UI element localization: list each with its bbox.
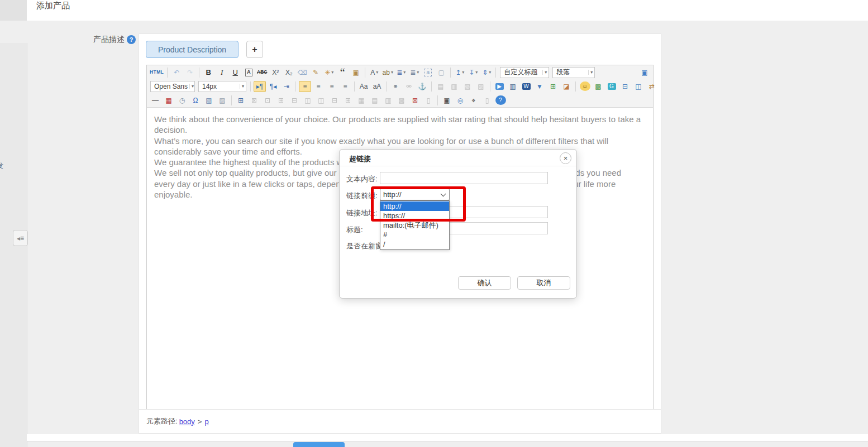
font-family-select[interactable]: Open Sans▾: [150, 81, 195, 92]
insert-video-button[interactable]: ▶: [493, 81, 505, 92]
tab-product-description[interactable]: Product Description: [146, 41, 239, 58]
link-button[interactable]: ⚭: [389, 81, 402, 92]
lowercase-button[interactable]: aA: [371, 81, 383, 92]
close-button[interactable]: ×: [560, 152, 571, 164]
italic-button[interactable]: I: [216, 67, 228, 78]
align-right-button[interactable]: ≡: [326, 81, 338, 92]
prefix-option[interactable]: #: [380, 230, 449, 239]
uppercase-icon: Aa: [360, 83, 368, 90]
subscript-icon: X₂: [285, 69, 293, 76]
rtl-paragraph-button[interactable]: ¶◂: [267, 81, 279, 92]
delete-row-icon: ⊟: [332, 97, 337, 104]
paragraph-bottom-spacing-icon: ↧: [469, 69, 474, 76]
image-note-button[interactable]: ▧: [203, 95, 215, 106]
ltr-paragraph-button[interactable]: ▸¶: [254, 81, 266, 92]
prefix-option[interactable]: mailto:(电子邮件): [380, 220, 449, 230]
element-path-link[interactable]: body: [179, 417, 195, 426]
paragraph-select[interactable]: 段落▾: [552, 67, 595, 78]
table-props-button: ⊡: [261, 95, 274, 106]
toolbar-separator: [431, 81, 432, 92]
preview-button[interactable]: ◎: [454, 95, 466, 106]
help-button[interactable]: ?: [494, 95, 507, 106]
print-button[interactable]: ▣: [441, 95, 453, 106]
paste-text-button[interactable]: ▣: [350, 67, 362, 78]
align-center-button[interactable]: ≡: [312, 81, 325, 92]
insert-columns-button[interactable]: ◫: [632, 81, 645, 92]
insert-media-button[interactable]: ▥: [507, 81, 519, 92]
insert-table-button[interactable]: ⊞: [235, 95, 247, 106]
horizontal-rule-button[interactable]: —: [149, 95, 161, 106]
baidu-map-button[interactable]: ▩: [592, 81, 604, 92]
new-page-button[interactable]: ▢: [435, 67, 447, 78]
bold-button[interactable]: B: [202, 67, 214, 78]
auto-indent-button[interactable]: ⇥: [280, 81, 293, 92]
link-icon: ⚭: [393, 83, 398, 90]
autotypeset-button[interactable]: ✳▾: [323, 67, 335, 78]
paragraph-top-spacing-button[interactable]: ↥▾: [454, 67, 466, 78]
special-char-button[interactable]: Ω: [189, 95, 202, 106]
inline-code-button[interactable]: a: [422, 67, 434, 78]
ltr-paragraph-icon: ▸¶: [256, 83, 263, 90]
font-border-button[interactable]: A: [242, 67, 255, 78]
prefix-option[interactable]: /: [380, 239, 449, 249]
insert-image-button[interactable]: ⊞: [547, 81, 559, 92]
page-break-button[interactable]: ⊟: [619, 81, 631, 92]
chevron-down-icon: ▾: [240, 84, 244, 89]
sidebar-collapse-button[interactable]: ◂≡: [13, 230, 28, 246]
blockquote-icon: “: [340, 70, 345, 75]
font-size-select[interactable]: 14px▾: [198, 81, 246, 92]
highlight-color-button[interactable]: ab▾: [381, 67, 394, 78]
toolbar-separator: [231, 95, 232, 105]
paragraph-bottom-spacing-button[interactable]: ↧▾: [467, 67, 479, 78]
font-color-icon: A: [370, 69, 375, 76]
template-button[interactable]: ⇄: [646, 81, 658, 92]
uppercase-button[interactable]: Aa: [357, 81, 370, 92]
insert-row-below-button: ⊟: [288, 95, 301, 106]
eraser-button[interactable]: ⌫: [296, 67, 308, 78]
underline-button[interactable]: U: [229, 67, 241, 78]
subscript-button[interactable]: X₂: [283, 67, 295, 78]
unordered-list-button[interactable]: ≣▾: [408, 67, 421, 78]
fullscreen-button[interactable]: ▣: [638, 67, 651, 78]
picture-manager-button[interactable]: ◪: [560, 81, 573, 92]
format-brush-button[interactable]: ✎: [309, 67, 322, 78]
superscript-button[interactable]: X²: [269, 67, 282, 78]
upload-button[interactable]: ▼: [533, 81, 546, 92]
split-rows-icon: ▥: [385, 97, 391, 104]
word-image-icon: ▨: [219, 97, 225, 104]
heading-select[interactable]: 自定义标题▾: [500, 67, 549, 78]
confirm-button[interactable]: 确认: [458, 276, 511, 290]
link-text-input[interactable]: [380, 172, 548, 184]
submit-button[interactable]: [293, 442, 345, 447]
google-map-button[interactable]: G: [605, 81, 618, 92]
redo-button[interactable]: ↷: [184, 67, 196, 78]
anchor-button[interactable]: ⚓: [416, 81, 428, 92]
word-image-button[interactable]: ▨: [216, 95, 228, 106]
table-style-button: ▩: [395, 95, 408, 106]
help-icon[interactable]: ?: [127, 35, 136, 44]
emoticon-button[interactable]: ☺: [579, 81, 591, 92]
autotypeset-icon: ✳: [325, 69, 330, 76]
ordered-list-button[interactable]: ≣▾: [395, 67, 407, 78]
word-import-button[interactable]: W: [520, 81, 532, 92]
font-color-button[interactable]: A▾: [368, 67, 380, 78]
source-code-button[interactable]: HTML: [149, 67, 164, 78]
add-tab-button[interactable]: +: [246, 41, 263, 58]
merge-cells-icon: ▦: [358, 97, 364, 104]
undo-button[interactable]: ↶: [170, 67, 183, 78]
align-left-button[interactable]: ≡: [299, 81, 311, 92]
insert-time-button[interactable]: ◷: [176, 95, 188, 106]
cancel-table-button[interactable]: ⊠: [409, 95, 421, 106]
element-path-link[interactable]: p: [204, 417, 208, 426]
blockquote-button[interactable]: “: [336, 67, 349, 78]
cancel-button[interactable]: 取消: [517, 276, 570, 290]
undo-icon: ↶: [174, 69, 179, 76]
paragraph-top-spacing-icon: ↥: [455, 69, 461, 76]
image-inline-icon: ▥: [451, 83, 457, 90]
search-replace-button[interactable]: ⌖: [468, 95, 480, 106]
align-justify-button[interactable]: ≡: [339, 81, 351, 92]
line-height-button[interactable]: ⇕▾: [480, 67, 493, 78]
redo-icon: ↷: [187, 69, 193, 76]
insert-date-button[interactable]: ▦: [163, 95, 175, 106]
strikethrough-button[interactable]: ABC: [256, 67, 268, 78]
